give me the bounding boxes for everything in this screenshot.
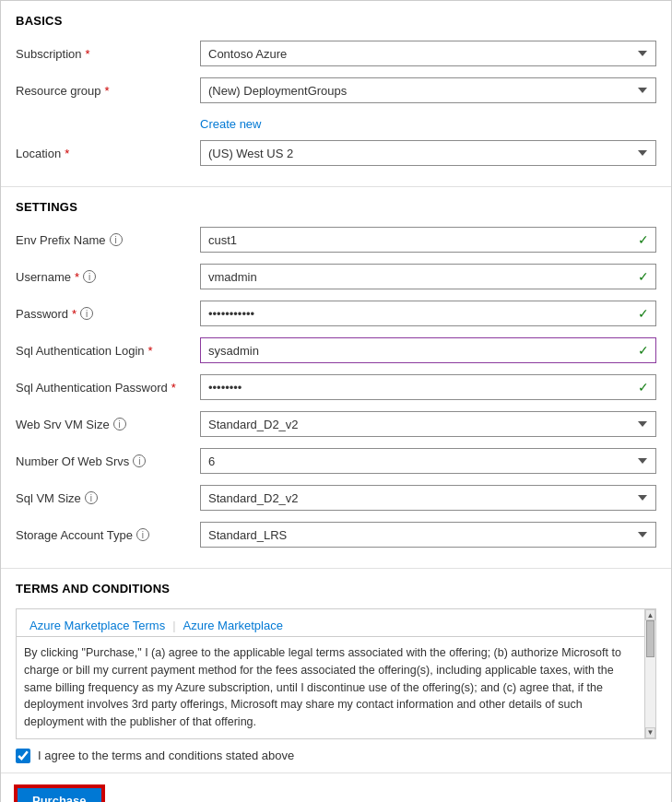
- terms-tab-azure-marketplace[interactable]: Azure Marketplace: [178, 615, 289, 636]
- sql-auth-password-required: *: [171, 381, 176, 395]
- main-container: BASICS Subscription * Contoso Azure Reso…: [0, 0, 672, 802]
- storage-account-type-select[interactable]: Standard_LRS: [200, 522, 656, 548]
- env-prefix-checkmark: ✓: [638, 232, 649, 247]
- num-web-srvs-select[interactable]: 6: [200, 448, 656, 474]
- sql-auth-password-label: Sql Authentication Password *: [16, 381, 200, 395]
- resource-group-select[interactable]: (New) DeploymentGroups: [200, 77, 656, 103]
- sql-auth-login-row: Sql Authentication Login * ✓: [16, 337, 656, 363]
- sql-vm-size-select[interactable]: Standard_D2_v2: [200, 485, 656, 511]
- password-input-wrapper: ✓: [200, 301, 656, 326]
- agree-checkbox[interactable]: [16, 749, 30, 763]
- web-srv-vm-size-select[interactable]: Standard_D2_v2: [200, 411, 656, 437]
- password-label: Password * i: [16, 307, 200, 321]
- subscription-row: Subscription * Contoso Azure: [16, 41, 656, 66]
- username-input[interactable]: [200, 264, 656, 289]
- web-srv-vm-size-control: Standard_D2_v2: [200, 411, 656, 437]
- sql-auth-login-input[interactable]: [200, 337, 656, 363]
- sql-auth-password-control: ✓: [200, 374, 656, 400]
- password-required: *: [72, 307, 77, 321]
- sql-vm-size-row: Sql VM Size i Standard_D2_v2: [16, 485, 656, 511]
- username-control: ✓: [200, 264, 656, 289]
- sql-vm-size-label: Sql VM Size i: [16, 491, 200, 505]
- num-web-srvs-select-wrapper: 6: [200, 448, 656, 474]
- sql-vm-size-control: Standard_D2_v2: [200, 485, 656, 511]
- settings-section: SETTINGS Env Prefix Name i ✓ Username * …: [1, 187, 671, 569]
- env-prefix-control: ✓: [200, 227, 656, 253]
- settings-title: SETTINGS: [16, 200, 656, 214]
- terms-body-text: By clicking "Purchase," I (a) agree to t…: [17, 637, 644, 738]
- sql-auth-password-input[interactable]: [200, 374, 656, 400]
- sql-auth-login-checkmark: ✓: [638, 343, 649, 358]
- terms-content: Azure Marketplace Terms | Azure Marketpl…: [17, 609, 644, 738]
- footer-section: Purchase: [1, 773, 671, 802]
- sql-auth-login-required: *: [148, 344, 153, 358]
- env-prefix-input-wrapper: ✓: [200, 227, 656, 253]
- password-info-icon[interactable]: i: [80, 307, 93, 320]
- password-checkmark: ✓: [638, 306, 649, 321]
- env-prefix-info-icon[interactable]: i: [110, 233, 123, 246]
- location-control: (US) West US 2: [200, 140, 656, 166]
- location-select[interactable]: (US) West US 2: [200, 140, 656, 166]
- sql-vm-size-info-icon[interactable]: i: [85, 491, 98, 504]
- resource-group-select-wrapper: (New) DeploymentGroups: [200, 77, 656, 103]
- env-prefix-label: Env Prefix Name i: [16, 233, 200, 247]
- num-web-srvs-control: 6: [200, 448, 656, 474]
- username-input-wrapper: ✓: [200, 264, 656, 289]
- terms-tabs: Azure Marketplace Terms | Azure Marketpl…: [17, 609, 644, 637]
- username-info-icon[interactable]: i: [83, 270, 96, 283]
- password-row: Password * i ✓: [16, 301, 656, 326]
- scrollbar-track: [645, 620, 655, 727]
- sql-auth-login-input-wrapper: ✓: [200, 337, 656, 363]
- subscription-select[interactable]: Contoso Azure: [200, 41, 656, 66]
- web-srv-vm-size-select-wrapper: Standard_D2_v2: [200, 411, 656, 437]
- create-new-link[interactable]: Create new: [200, 117, 261, 131]
- num-web-srvs-label: Number Of Web Srvs i: [16, 454, 200, 468]
- sql-auth-login-control: ✓: [200, 337, 656, 363]
- resource-group-required: *: [105, 84, 110, 98]
- location-select-wrapper: (US) West US 2: [200, 140, 656, 166]
- storage-account-type-row: Storage Account Type i Standard_LRS: [16, 522, 656, 548]
- storage-account-type-select-wrapper: Standard_LRS: [200, 522, 656, 548]
- subscription-select-wrapper: Contoso Azure: [200, 41, 656, 66]
- scrollbar-down-arrow[interactable]: ▼: [645, 727, 655, 738]
- subscription-control: Contoso Azure: [200, 41, 656, 66]
- storage-account-type-info-icon[interactable]: i: [136, 528, 149, 541]
- purchase-button[interactable]: Purchase: [16, 786, 103, 802]
- terms-box: Azure Marketplace Terms | Azure Marketpl…: [16, 608, 656, 739]
- basics-section: BASICS Subscription * Contoso Azure Reso…: [1, 1, 671, 187]
- web-srv-vm-size-row: Web Srv VM Size i Standard_D2_v2: [16, 411, 656, 437]
- location-required: *: [65, 147, 69, 160]
- resource-group-row: Resource group * (New) DeploymentGroups: [16, 77, 656, 103]
- num-web-srvs-info-icon[interactable]: i: [133, 454, 146, 467]
- env-prefix-row: Env Prefix Name i ✓: [16, 227, 656, 253]
- username-row: Username * i ✓: [16, 264, 656, 289]
- num-web-srvs-row: Number Of Web Srvs i 6: [16, 448, 656, 474]
- username-required: *: [75, 270, 79, 284]
- env-prefix-input[interactable]: [200, 227, 656, 253]
- resource-group-control: (New) DeploymentGroups: [200, 77, 656, 103]
- web-srv-vm-size-label: Web Srv VM Size i: [16, 418, 200, 431]
- web-srv-vm-size-info-icon[interactable]: i: [113, 418, 126, 430]
- sql-auth-login-label: Sql Authentication Login *: [16, 344, 200, 358]
- storage-account-type-control: Standard_LRS: [200, 522, 656, 548]
- password-control: ✓: [200, 301, 656, 326]
- username-label: Username * i: [16, 270, 200, 284]
- sql-auth-password-input-wrapper: ✓: [200, 374, 656, 400]
- location-label: Location *: [16, 147, 200, 160]
- terms-title: TERMS AND CONDITIONS: [16, 582, 656, 596]
- scrollbar-up-arrow[interactable]: ▲: [645, 609, 655, 620]
- agree-row: I agree to the terms and conditions stat…: [16, 749, 656, 763]
- terms-tab-marketplace[interactable]: Azure Marketplace Terms: [24, 615, 171, 636]
- subscription-label: Subscription *: [16, 47, 200, 61]
- storage-account-type-label: Storage Account Type i: [16, 528, 200, 542]
- sql-auth-password-row: Sql Authentication Password * ✓: [16, 374, 656, 400]
- username-checkmark: ✓: [638, 269, 649, 284]
- agree-label: I agree to the terms and conditions stat…: [38, 749, 294, 762]
- resource-group-label: Resource group *: [16, 84, 200, 98]
- scrollbar-thumb[interactable]: [646, 620, 654, 657]
- password-input[interactable]: [200, 301, 656, 326]
- terms-scrollbar[interactable]: ▲ ▼: [644, 609, 655, 738]
- terms-section: TERMS AND CONDITIONS Azure Marketplace T…: [1, 569, 671, 773]
- sql-auth-password-checkmark: ✓: [638, 380, 649, 395]
- subscription-required: *: [86, 47, 90, 61]
